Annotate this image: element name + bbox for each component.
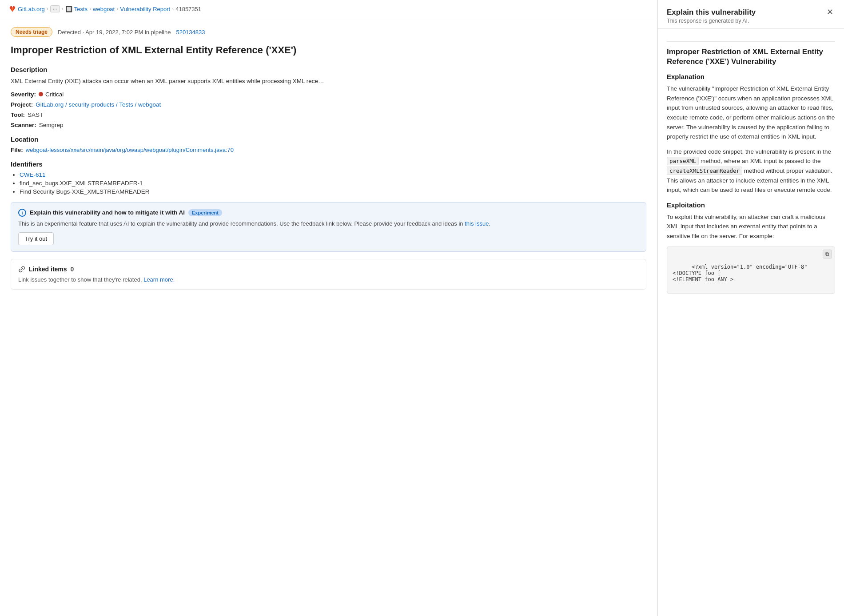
project-row: Project: GitLab.org / security-products … (11, 101, 646, 108)
left-panel: GitLab.org › ··· › 🔲 Tests › webgoat › V… (0, 0, 657, 616)
project-label: Project: (11, 101, 33, 108)
breadcrumb-sep-3: › (89, 6, 91, 12)
breadcrumb-tests-icon: 🔲 (65, 6, 72, 12)
breadcrumb-issue-id: 41857351 (175, 6, 201, 12)
ai-explain-desc: This is an experimental feature that use… (18, 219, 639, 228)
pipeline-link[interactable]: 520134833 (176, 29, 205, 36)
code-line-1: <?xml version="1.0" encoding="UTF-8" (692, 264, 807, 270)
linked-items-label: Linked items (29, 266, 67, 273)
tool-row: Tool: SAST (11, 111, 646, 118)
scanner-row: Scanner: Semgrep (11, 122, 646, 128)
breadcrumb-vulnerability-report[interactable]: Vulnerability Report (120, 6, 170, 12)
description-section-title: Description (11, 66, 646, 73)
severity-value: Critical (39, 91, 64, 98)
severity-row: Severity: Critical (11, 91, 646, 98)
description-text: XML External Entity (XXE) attacks can oc… (11, 77, 646, 86)
right-panel-title: Explain this vulnerability (667, 8, 756, 17)
learn-more-link[interactable]: Learn more. (143, 276, 175, 283)
list-item: Find Security Bugs-XXE_XMLSTREAMREADER (20, 188, 646, 195)
identifier-text: find_sec_bugs.XXE_XMLSTREAMREADER-1 (20, 180, 143, 187)
right-exploitation-title: Exploitation (667, 201, 835, 209)
cwe-link[interactable]: CWE-611 (20, 171, 46, 178)
right-panel: Explain this vulnerability This response… (657, 0, 844, 616)
right-exploitation-text: To exploit this vulnerability, an attack… (667, 212, 835, 241)
tool-label: Tool: (11, 111, 25, 118)
code-block: ⧉ <?xml version="1.0" encoding="UTF-8" <… (667, 246, 835, 294)
breadcrumb-webgoat[interactable]: webgoat (93, 6, 115, 12)
file-label: File: (11, 147, 23, 153)
list-item: find_sec_bugs.XXE_XMLSTREAMREADER-1 (20, 180, 646, 187)
severity-dot-icon (39, 92, 43, 96)
list-item: CWE-611 (20, 171, 646, 178)
link-icon (18, 266, 25, 273)
code-createXMLStreamReader: createXMLStreamReader (667, 167, 742, 175)
right-vuln-title: Improper Restriction of XML External Ent… (667, 47, 835, 67)
code-line-3: <!ELEMENT foo ANY > (673, 276, 733, 282)
breadcrumb-gitlab-org[interactable]: GitLab.org (18, 6, 45, 12)
breadcrumb-sep-5: › (172, 6, 174, 12)
project-link[interactable]: GitLab.org / security-products / Tests /… (36, 101, 161, 108)
close-button[interactable]: ✕ (825, 8, 835, 16)
detected-text: Detected · Apr 19, 2022, 7:02 PM in pipe… (58, 29, 171, 36)
linked-items-desc: Link issues together to show that they'r… (18, 276, 639, 283)
this-issue-link[interactable]: this issue (465, 220, 489, 227)
ai-explain-header: i Explain this vulnerability and how to … (18, 209, 639, 217)
linked-items-header: Linked items 0 (18, 266, 639, 273)
p2-before: In the provided code snippet, the vulner… (667, 148, 831, 155)
identifiers-list: CWE-611 find_sec_bugs.XXE_XMLSTREAMREADE… (11, 171, 646, 195)
code-copy-button[interactable]: ⧉ (823, 250, 832, 258)
vuln-title: Improper Restriction of XML External Ent… (11, 44, 646, 57)
breadcrumb-more-button[interactable]: ··· (50, 5, 60, 12)
ai-desc-text: This is an experimental feature that use… (18, 220, 463, 227)
p2-mid: method, where an XML input is passed to … (701, 158, 820, 164)
breadcrumb: GitLab.org › ··· › 🔲 Tests › webgoat › V… (0, 0, 657, 18)
right-explanation-p2: In the provided code snippet, the vulner… (667, 147, 835, 195)
right-panel-body: Improper Restriction of XML External Ent… (658, 29, 844, 301)
file-path-link[interactable]: webgoat-lessons/xxe/src/main/java/org/ow… (26, 147, 234, 153)
experiment-badge: Experiment (188, 209, 222, 216)
right-panel-subtitle: This response is generated by AI. (667, 18, 756, 24)
right-panel-header: Explain this vulnerability This response… (658, 0, 844, 29)
breadcrumb-sep-2: › (62, 6, 64, 12)
identifier-text: Find Security Bugs-XXE_XMLSTREAMREADER (20, 188, 150, 195)
ai-explain-box: i Explain this vulnerability and how to … (11, 202, 646, 252)
linked-desc-text: Link issues together to show that they'r… (18, 276, 142, 283)
linked-items-count: 0 (71, 266, 74, 273)
divider-1 (667, 41, 835, 42)
code-parsexML: parseXML (667, 157, 699, 165)
breadcrumb-sep-4: › (116, 6, 118, 12)
code-line-2: <!DOCTYPE foo [ (673, 270, 721, 276)
try-it-out-button[interactable]: Try it out (18, 232, 54, 245)
location-section-title: Location (11, 135, 646, 143)
ai-explain-header-text: Explain this vulnerability and how to mi… (30, 209, 185, 216)
status-row: Needs triage Detected · Apr 19, 2022, 7:… (11, 27, 646, 37)
info-icon: i (18, 209, 26, 217)
main-content: Needs triage Detected · Apr 19, 2022, 7:… (0, 18, 657, 306)
gitlab-logo-icon (9, 5, 16, 12)
file-row: File: webgoat-lessons/xxe/src/main/java/… (11, 147, 646, 153)
breadcrumb-sep-1: › (47, 6, 48, 12)
tool-value: SAST (28, 111, 43, 118)
right-explanation-title: Explanation (667, 73, 835, 80)
scanner-value: Semgrep (39, 122, 64, 128)
scanner-label: Scanner: (11, 122, 36, 128)
breadcrumb-tests[interactable]: Tests (74, 6, 88, 12)
identifiers-section-title: Identifiers (11, 160, 646, 168)
severity-label: Severity: (11, 91, 36, 98)
right-panel-title-group: Explain this vulnerability This response… (667, 8, 756, 24)
severity-text: Critical (45, 91, 64, 98)
status-badge: Needs triage (11, 27, 52, 37)
right-explanation-p1: The vulnerability "Improper Restriction … (667, 84, 835, 142)
linked-items-section: Linked items 0 Link issues together to s… (11, 259, 646, 290)
